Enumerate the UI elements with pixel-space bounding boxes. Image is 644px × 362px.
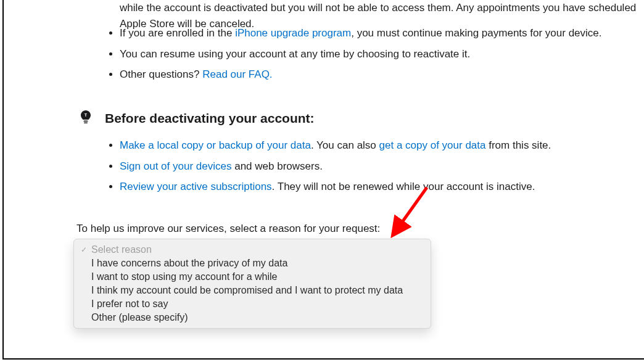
signout-link[interactable]: Sign out of your devices bbox=[120, 160, 231, 172]
dropdown-option[interactable]: I want to stop using my account for a wh… bbox=[74, 270, 431, 284]
get-copy-link[interactable]: get a copy of your data bbox=[379, 139, 486, 151]
iphone-upgrade-link[interactable]: iPhone upgrade program bbox=[235, 27, 351, 39]
list-item: Make a local copy or backup of your data… bbox=[120, 138, 644, 154]
text: . They will not be renewed while your ac… bbox=[272, 181, 535, 192]
option-label: I want to stop using my account for a wh… bbox=[89, 271, 277, 282]
cutoff-text-line1: while the account is deactivated but you… bbox=[120, 2, 636, 14]
lightbulb-icon: T bbox=[78, 110, 94, 126]
reason-prompt: To help us improve our services, select … bbox=[76, 221, 644, 237]
dropdown-option[interactable]: I have concerns about the privacy of my … bbox=[74, 257, 431, 270]
info-bullet-list: If you are enrolled in the iPhone upgrad… bbox=[76, 25, 644, 83]
faq-link[interactable]: Read our FAQ. bbox=[202, 68, 272, 80]
list-item: Review your active subscriptions. They w… bbox=[120, 179, 644, 195]
text: from this site. bbox=[486, 139, 551, 151]
option-label: Other (please specify) bbox=[89, 312, 188, 323]
dropdown-option-placeholder[interactable]: ✓ Select reason bbox=[74, 243, 431, 257]
svg-rect-1 bbox=[84, 123, 88, 124]
pre-deactivate-list: Make a local copy or backup of your data… bbox=[76, 138, 644, 195]
reason-dropdown[interactable]: ✓ Select reason I have concerns about th… bbox=[73, 239, 431, 329]
option-label: I prefer not to say bbox=[89, 298, 168, 310]
text: . You can also bbox=[311, 139, 379, 151]
option-label: I have concerns about the privacy of my … bbox=[89, 258, 287, 269]
list-item: Sign out of your devices and web browser… bbox=[120, 158, 644, 175]
dropdown-option[interactable]: I think my account could be compromised … bbox=[74, 284, 431, 297]
option-label: Select reason bbox=[89, 244, 152, 255]
heading-text: Before deactivating your account: bbox=[105, 109, 315, 128]
subscriptions-link[interactable]: Review your active subscriptions bbox=[120, 181, 272, 192]
text: , you must continue making payments for … bbox=[351, 27, 601, 39]
svg-rect-0 bbox=[84, 121, 88, 122]
dropdown-option[interactable]: I prefer not to say bbox=[74, 297, 431, 311]
dropdown-option[interactable]: Other (please specify) bbox=[74, 311, 431, 324]
svg-text:T: T bbox=[85, 113, 88, 117]
list-item: If you are enrolled in the iPhone upgrad… bbox=[120, 25, 644, 41]
list-item: Other questions? Read our FAQ. bbox=[120, 67, 644, 83]
text: If you are enrolled in the bbox=[120, 27, 235, 39]
backup-link[interactable]: Make a local copy or backup of your data bbox=[120, 139, 311, 151]
list-item: You can resume using your account at any… bbox=[120, 46, 644, 62]
text: and web browsers. bbox=[231, 160, 322, 172]
option-label: I think my account could be compromised … bbox=[89, 285, 403, 296]
checkmark-icon: ✓ bbox=[79, 245, 89, 254]
before-deactivating-heading: T Before deactivating your account: bbox=[78, 109, 644, 128]
text: Other questions? bbox=[120, 68, 202, 80]
